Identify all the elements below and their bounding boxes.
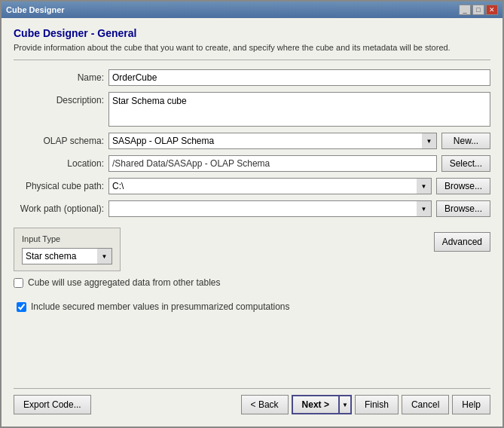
- description-label: Description:: [14, 95, 104, 105]
- export-code-button[interactable]: Export Code...: [14, 395, 91, 414]
- advanced-button[interactable]: Advanced: [434, 232, 490, 252]
- title-bar: Cube Designer _ □ ✕: [2, 2, 502, 18]
- work-path-select[interactable]: [108, 200, 432, 217]
- description-row: Description: Star Schema cube: [14, 92, 490, 127]
- aggregated-data-label: Cube will use aggregated data from other…: [28, 277, 221, 288]
- minimize-button[interactable]: _: [459, 5, 471, 15]
- right-section: Advanced: [434, 223, 490, 252]
- work-path-select-wrapper: ▼: [108, 200, 432, 217]
- form-area: Name: Description: Star Schema cube OLAP…: [14, 69, 490, 388]
- close-button[interactable]: ✕: [486, 5, 498, 15]
- olap-schema-select-wrapper: SASApp - OLAP Schema ▼: [108, 133, 437, 149]
- work-path-row: Work path (optional): ▼ Browse...: [14, 200, 490, 217]
- new-button[interactable]: New...: [441, 133, 490, 149]
- next-dropdown-arrow[interactable]: ▼: [340, 395, 352, 414]
- left-section: Input Type Star schema ▼: [14, 223, 428, 288]
- physical-cube-path-select[interactable]: C:\: [108, 178, 432, 194]
- help-button[interactable]: Help: [452, 395, 490, 414]
- name-label: Name:: [14, 72, 104, 83]
- physical-cube-path-row: Physical cube path: C:\ ▼ Browse...: [14, 178, 490, 194]
- input-type-select[interactable]: Star schema: [22, 248, 112, 264]
- header-section: Cube Designer - General Provide informat…: [14, 27, 490, 60]
- browse-button-1[interactable]: Browse...: [436, 178, 490, 194]
- name-input[interactable]: [108, 69, 490, 86]
- name-row: Name:: [14, 69, 490, 86]
- finish-button[interactable]: Finish: [355, 395, 399, 414]
- next-group: Next > ▼: [292, 395, 352, 414]
- description-input[interactable]: Star Schema cube: [108, 92, 490, 127]
- content-area: Cube Designer - General Provide informat…: [2, 18, 502, 426]
- work-path-label: Work path (optional):: [14, 203, 104, 214]
- olap-schema-row: OLAP schema: SASApp - OLAP Schema ▼ New.…: [14, 133, 490, 149]
- window-title: Cube Designer: [6, 5, 65, 14]
- maximize-button[interactable]: □: [472, 5, 484, 15]
- select-button[interactable]: Select...: [441, 155, 490, 172]
- page-description: Provide information about the cube that …: [14, 42, 490, 54]
- input-type-section: Input Type Star schema ▼: [14, 228, 121, 271]
- checkbox1-row: Cube will use aggregated data from other…: [14, 277, 428, 288]
- olap-schema-label: OLAP schema:: [14, 136, 104, 146]
- location-label: Location:: [14, 158, 104, 169]
- olap-schema-select[interactable]: SASApp - OLAP Schema: [108, 133, 437, 149]
- browse-button-2[interactable]: Browse...: [436, 200, 490, 217]
- input-type-row: Star schema ▼: [22, 248, 112, 264]
- physical-cube-path-label: Physical cube path:: [14, 181, 104, 191]
- secured-member-label: Include secured member values in presumm…: [31, 301, 290, 312]
- location-row: Location: /Shared Data/SASApp - OLAP Sch…: [14, 155, 490, 172]
- aggregated-data-checkbox[interactable]: [14, 278, 23, 288]
- checkbox2-row: Include secured member values in presumm…: [14, 301, 490, 312]
- main-window: Cube Designer _ □ ✕ Cube Designer - Gene…: [0, 0, 504, 428]
- physical-path-select-wrapper: C:\ ▼: [108, 178, 432, 194]
- location-display: /Shared Data/SASApp - OLAP Schema: [108, 155, 437, 172]
- input-type-select-wrapper: Star schema ▼: [22, 248, 112, 264]
- input-type-group-label: Input Type: [22, 234, 112, 243]
- button-bar: Export Code... < Back Next > ▼ Finish Ca…: [14, 388, 490, 417]
- page-title: Cube Designer - General: [14, 27, 490, 39]
- secured-member-checkbox[interactable]: [17, 302, 26, 312]
- back-button[interactable]: < Back: [241, 395, 289, 414]
- cancel-button[interactable]: Cancel: [402, 395, 449, 414]
- title-bar-controls: _ □ ✕: [459, 5, 498, 15]
- middle-section: Input Type Star schema ▼: [14, 223, 490, 288]
- next-button[interactable]: Next >: [292, 395, 340, 414]
